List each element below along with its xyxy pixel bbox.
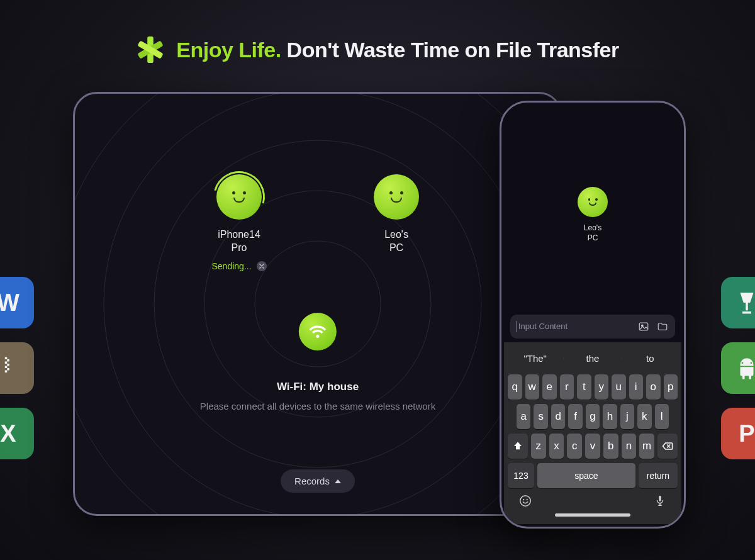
key-a[interactable]: a bbox=[517, 404, 530, 429]
device-name-label: Leo's PC bbox=[584, 223, 601, 243]
suggestion[interactable]: to bbox=[622, 353, 679, 364]
key-backspace[interactable] bbox=[657, 434, 678, 459]
svg-rect-1 bbox=[7, 359, 9, 362]
headline: Enjoy Life. Don't Waste Time on File Tra… bbox=[0, 35, 755, 64]
image-icon bbox=[638, 321, 649, 332]
key-y[interactable]: y bbox=[595, 374, 609, 400]
phone-mockup: Leo's PC Input Content "The" the to q w … bbox=[500, 101, 686, 529]
key-r[interactable]: r bbox=[560, 374, 574, 400]
bg-tile: P bbox=[721, 408, 755, 459]
key-x[interactable]: x bbox=[549, 434, 564, 459]
ios-keyboard: "The" the to q w e r t y u i o p a s d f bbox=[504, 342, 681, 524]
tablet-mockup: iPhone14 Pro Sending... Leo's PC bbox=[73, 92, 562, 516]
face-icon bbox=[386, 191, 407, 203]
attach-image-button[interactable] bbox=[637, 320, 650, 333]
svg-rect-20 bbox=[659, 496, 661, 501]
key-u[interactable]: u bbox=[612, 374, 626, 400]
key-f[interactable]: f bbox=[568, 404, 582, 429]
records-button[interactable]: Records bbox=[281, 469, 355, 493]
shift-icon bbox=[512, 440, 523, 452]
emoji-icon bbox=[518, 494, 532, 508]
close-icon bbox=[259, 264, 264, 269]
key-j[interactable]: j bbox=[620, 404, 634, 429]
zip-icon bbox=[0, 355, 21, 381]
bg-tile bbox=[721, 342, 755, 394]
face-icon bbox=[586, 198, 600, 206]
bg-tile bbox=[0, 342, 34, 394]
content-input-placeholder: Input Content bbox=[517, 321, 631, 332]
phone-device-leos-pc[interactable]: Leo's PC bbox=[578, 187, 608, 243]
key-h[interactable]: h bbox=[603, 404, 617, 429]
svg-rect-6 bbox=[5, 371, 8, 373]
dictation-button[interactable] bbox=[652, 493, 668, 508]
device-avatar bbox=[578, 187, 608, 217]
keyboard-suggestions: "The" the to bbox=[506, 346, 679, 370]
lamp-icon bbox=[734, 289, 755, 316]
headline-accent: Enjoy Life. bbox=[176, 38, 281, 62]
key-z[interactable]: z bbox=[531, 434, 546, 459]
key-v[interactable]: v bbox=[585, 434, 600, 459]
folder-icon bbox=[657, 321, 668, 332]
cancel-send-button[interactable] bbox=[257, 261, 267, 271]
key-123[interactable]: 123 bbox=[508, 463, 534, 488]
svg-rect-5 bbox=[7, 368, 9, 371]
device-avatar bbox=[374, 174, 419, 220]
emoji-button[interactable] bbox=[518, 493, 533, 508]
device-iphone14pro[interactable]: iPhone14 Pro Sending... bbox=[195, 174, 283, 271]
microphone-icon bbox=[653, 494, 667, 508]
key-k[interactable]: k bbox=[637, 404, 651, 429]
device-avatar bbox=[216, 174, 262, 220]
svg-rect-3 bbox=[7, 364, 9, 366]
backspace-icon bbox=[661, 440, 674, 452]
key-b[interactable]: b bbox=[603, 434, 618, 459]
content-input-bar[interactable]: Input Content bbox=[510, 315, 675, 339]
wifi-hint-label: Please connect all devices to the same w… bbox=[200, 401, 435, 412]
suggestion[interactable]: the bbox=[564, 353, 621, 364]
key-m[interactable]: m bbox=[639, 434, 654, 459]
svg-rect-15 bbox=[639, 323, 648, 330]
key-i[interactable]: i bbox=[629, 374, 644, 400]
svg-point-13 bbox=[104, 92, 532, 516]
device-list: iPhone14 Pro Sending... Leo's PC bbox=[80, 174, 556, 271]
svg-rect-0 bbox=[5, 357, 8, 360]
chevron-up-icon bbox=[335, 479, 341, 483]
face-icon bbox=[228, 191, 250, 203]
key-s[interactable]: s bbox=[534, 404, 547, 429]
key-e[interactable]: e bbox=[542, 374, 557, 400]
key-d[interactable]: d bbox=[551, 404, 565, 429]
svg-rect-2 bbox=[5, 362, 8, 364]
key-o[interactable]: o bbox=[646, 374, 661, 400]
key-shift[interactable] bbox=[508, 434, 528, 459]
key-q[interactable]: q bbox=[508, 374, 522, 400]
key-t[interactable]: t bbox=[577, 374, 591, 400]
svg-point-14 bbox=[73, 92, 562, 516]
keyboard-bottom-row bbox=[506, 488, 679, 510]
wifi-icon-circle[interactable] bbox=[299, 313, 337, 350]
keyboard-row-2: a s d f g h j k l bbox=[506, 404, 679, 429]
key-n[interactable]: n bbox=[622, 434, 637, 459]
sending-status-label: Sending... bbox=[211, 261, 251, 271]
home-indicator[interactable] bbox=[555, 513, 630, 517]
svg-point-19 bbox=[527, 499, 528, 500]
device-status: Sending... bbox=[211, 261, 266, 271]
wifi-network-label: Wi-Fi: My house bbox=[277, 381, 359, 393]
key-c[interactable]: c bbox=[567, 434, 582, 459]
keyboard-row-1: q w e r t y u i o p bbox=[506, 374, 679, 400]
key-g[interactable]: g bbox=[586, 404, 600, 429]
key-return[interactable]: return bbox=[639, 463, 678, 488]
device-leos-pc[interactable]: Leo's PC bbox=[352, 174, 440, 271]
headline-rest: Don't Waste Time on File Transfer bbox=[287, 38, 619, 62]
svg-point-18 bbox=[523, 499, 524, 500]
wifi-icon bbox=[308, 322, 327, 341]
key-w[interactable]: w bbox=[525, 374, 540, 400]
key-l[interactable]: l bbox=[655, 404, 669, 429]
keyboard-row-4: 123 space return bbox=[506, 463, 679, 488]
key-space[interactable]: space bbox=[537, 463, 635, 488]
device-name-label: iPhone14 Pro bbox=[218, 228, 260, 255]
attach-file-button[interactable] bbox=[656, 320, 669, 333]
svg-point-17 bbox=[520, 496, 531, 507]
records-button-label: Records bbox=[294, 476, 330, 486]
headline-text: Enjoy Life. Don't Waste Time on File Tra… bbox=[176, 38, 619, 62]
suggestion[interactable]: "The" bbox=[506, 353, 564, 364]
key-p[interactable]: p bbox=[664, 374, 678, 400]
